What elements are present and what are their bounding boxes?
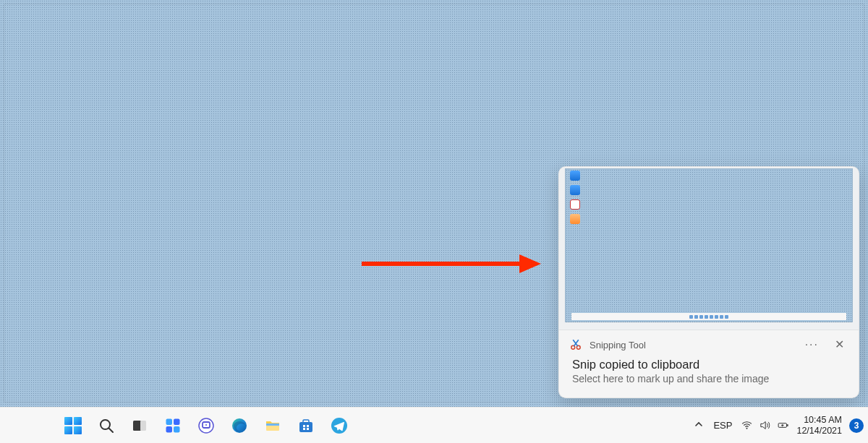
- notification-center-button[interactable]: 3: [849, 418, 864, 433]
- wifi-button[interactable]: [741, 419, 753, 431]
- telegram-button[interactable]: [324, 410, 354, 441]
- chat-button[interactable]: [191, 410, 221, 441]
- snip-preview-desktop: [565, 168, 853, 322]
- svg-rect-12: [166, 426, 173, 433]
- notification-close-button[interactable]: ✕: [830, 337, 848, 352]
- volume-icon: [759, 419, 771, 431]
- microsoft-store-button[interactable]: [291, 410, 321, 441]
- telegram-icon: [331, 417, 348, 434]
- notification-more-button[interactable]: ···: [801, 337, 823, 352]
- snip-app-name: Snipping Tool: [590, 340, 793, 350]
- clock-button[interactable]: 10:45 AM 12/14/2021: [796, 415, 842, 436]
- svg-marker-1: [519, 254, 541, 273]
- svg-rect-20: [299, 422, 312, 432]
- svg-rect-19: [266, 423, 279, 426]
- search-icon: [98, 417, 115, 434]
- svg-rect-21: [303, 420, 309, 423]
- svg-rect-23: [307, 425, 309, 427]
- taskbar: ESP: [0, 407, 868, 443]
- svg-rect-13: [174, 426, 180, 433]
- clock-time: 10:45 AM: [796, 415, 842, 425]
- svg-point-16: [205, 424, 207, 426]
- snip-preview-icons: [570, 171, 583, 224]
- battery-icon: [777, 419, 789, 431]
- svg-rect-8: [133, 421, 141, 431]
- svg-rect-9: [140, 421, 146, 431]
- notification-count: 3: [854, 421, 859, 431]
- task-view-icon: [131, 417, 148, 434]
- notification-title: Snip copied to clipboard: [572, 358, 846, 371]
- file-explorer-button[interactable]: [258, 410, 288, 441]
- svg-line-7: [109, 428, 114, 432]
- clock-date: 12/14/2021: [796, 426, 842, 436]
- svg-rect-25: [307, 428, 309, 430]
- svg-line-4: [574, 340, 578, 346]
- taskbar-pinned-apps: [58, 408, 354, 443]
- svg-rect-11: [174, 418, 180, 425]
- widgets-button[interactable]: [158, 410, 188, 441]
- snip-preview-thumbnail[interactable]: [559, 167, 859, 330]
- svg-point-27: [746, 428, 748, 429]
- start-button[interactable]: [58, 410, 88, 441]
- desktop[interactable]: Snipping Tool ··· ✕ Snip copied to clipb…: [0, 0, 868, 443]
- microsoft-store-icon: [297, 417, 315, 434]
- windows-logo-icon: [64, 417, 82, 434]
- file-explorer-icon: [264, 417, 281, 434]
- annotation-arrow: [362, 253, 541, 275]
- battery-button[interactable]: [777, 419, 789, 431]
- task-view-button[interactable]: [124, 410, 155, 441]
- wifi-icon: [741, 419, 753, 431]
- snip-notification[interactable]: Snipping Tool ··· ✕ Snip copied to clipb…: [558, 166, 859, 398]
- chevron-up-icon: [694, 420, 703, 429]
- notification-body: Select here to mark up and share the ima…: [572, 373, 846, 384]
- edge-icon: [231, 417, 248, 434]
- svg-line-5: [573, 340, 577, 346]
- widgets-icon: [164, 417, 182, 434]
- svg-rect-29: [788, 424, 788, 426]
- svg-rect-10: [166, 418, 173, 425]
- snip-preview-taskbar: [571, 313, 846, 320]
- system-tray: ESP: [693, 408, 864, 443]
- svg-rect-22: [303, 425, 305, 427]
- tray-overflow-button[interactable]: [693, 420, 705, 431]
- snipping-tool-icon: [569, 338, 582, 351]
- svg-rect-24: [303, 428, 305, 430]
- search-button[interactable]: [91, 410, 122, 441]
- chat-icon: [197, 417, 215, 434]
- language-indicator[interactable]: ESP: [712, 420, 733, 431]
- edge-button[interactable]: [224, 410, 255, 441]
- volume-button[interactable]: [759, 419, 771, 431]
